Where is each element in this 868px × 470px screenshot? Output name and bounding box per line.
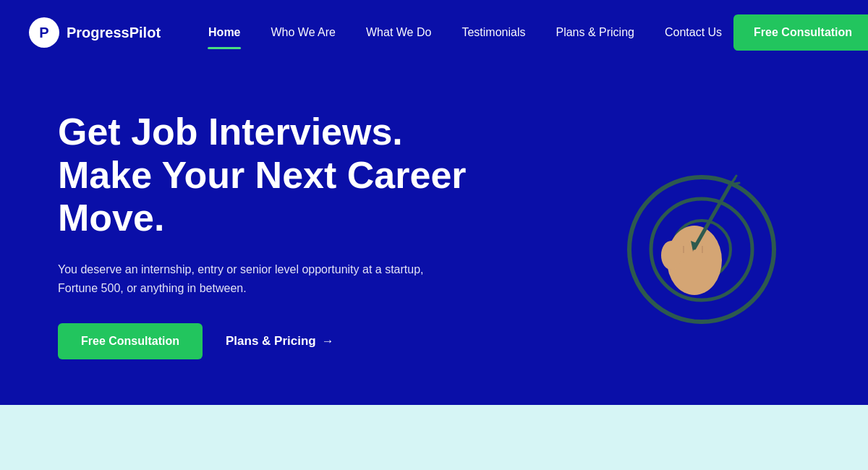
logo-icon: P — [29, 17, 59, 48]
nav-link-who-we-are[interactable]: Who We Are — [260, 19, 348, 46]
hero-title-line2: Make Your Next Career Move. — [58, 154, 467, 239]
hero-illustration — [608, 141, 796, 329]
nav-link-what-we-do[interactable]: What We Do — [354, 19, 443, 46]
nav-link-contact-us[interactable]: Contact Us — [653, 19, 733, 46]
hero-section: Get Job Interviews. Make Your Next Caree… — [0, 65, 868, 405]
arrow-icon: → — [322, 334, 334, 349]
hero-secondary-button[interactable]: Plans & Pricing → — [226, 334, 334, 349]
brand-name: ProgressPilot — [67, 25, 161, 41]
logo-area[interactable]: P ProgressPilot — [29, 17, 161, 48]
nav-link-home[interactable]: Home — [197, 19, 252, 46]
hero-buttons: Free Consultation Plans & Pricing → — [58, 323, 506, 359]
hero-title-line1: Get Job Interviews. — [58, 111, 403, 153]
hero-cta-button[interactable]: Free Consultation — [58, 323, 203, 359]
nav-cta-button[interactable]: Free Consultation — [733, 14, 868, 51]
hero-content: Get Job Interviews. Make Your Next Caree… — [58, 111, 506, 360]
hero-secondary-label: Plans & Pricing — [226, 334, 316, 349]
hero-subtitle: You deserve an internship, entry or seni… — [58, 260, 434, 297]
navbar: P ProgressPilot Home Who We Are What We … — [0, 0, 868, 65]
bottom-section — [0, 405, 868, 470]
nav-link-testimonials[interactable]: Testimonials — [450, 19, 537, 46]
hero-title: Get Job Interviews. Make Your Next Caree… — [58, 111, 506, 240]
svg-point-4 — [661, 241, 681, 270]
nav-link-plans-pricing[interactable]: Plans & Pricing — [544, 19, 646, 46]
nav-links: Home Who We Are What We Do Testimonials … — [197, 19, 733, 46]
